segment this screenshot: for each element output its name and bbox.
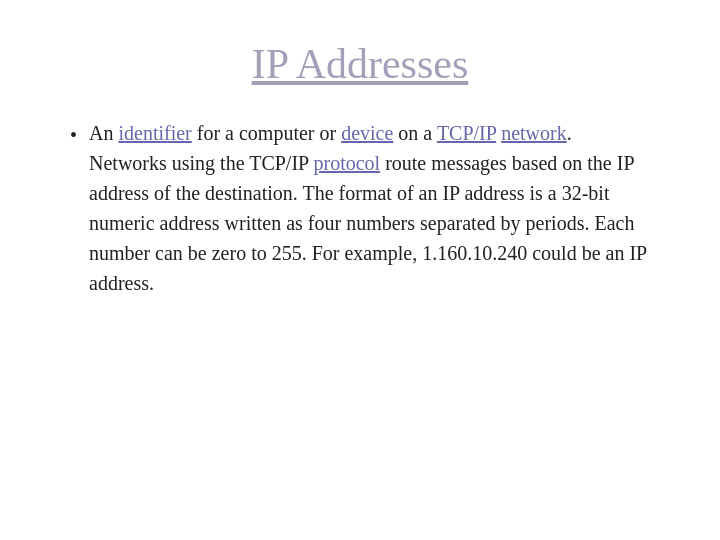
content-area: • An identifier for a computer or device… bbox=[60, 118, 660, 298]
link-tcpip[interactable]: TCP/IP bbox=[437, 122, 496, 144]
link-device[interactable]: device bbox=[341, 122, 393, 144]
bullet-symbol: • bbox=[70, 120, 77, 150]
bullet-point: • An identifier for a computer or device… bbox=[70, 118, 650, 298]
page: IP Addresses • An identifier for a compu… bbox=[0, 0, 720, 540]
title-container: IP Addresses bbox=[60, 40, 660, 88]
link-protocol[interactable]: protocol bbox=[313, 152, 380, 174]
body-paragraph: An identifier for a computer or device o… bbox=[89, 118, 650, 298]
link-identifier[interactable]: identifier bbox=[118, 122, 191, 144]
link-network[interactable]: network bbox=[501, 122, 567, 144]
page-title: IP Addresses bbox=[252, 40, 469, 88]
